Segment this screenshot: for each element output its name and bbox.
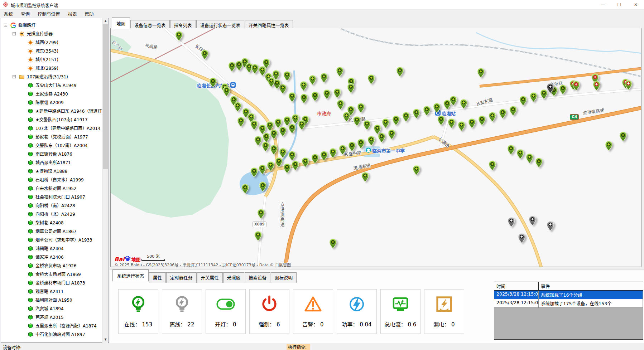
map-pin-online[interactable] bbox=[437, 115, 445, 126]
map-pin-online[interactable] bbox=[234, 102, 241, 112]
map-pin-offline[interactable] bbox=[518, 233, 525, 243]
map-pin-online[interactable] bbox=[270, 129, 278, 140]
map-pin-online[interactable] bbox=[262, 141, 269, 152]
map-pin-online[interactable] bbox=[361, 172, 369, 182]
map-pin-online[interactable] bbox=[535, 157, 543, 168]
map-pin-online[interactable] bbox=[458, 121, 465, 131]
map-pin-online[interactable] bbox=[279, 148, 287, 158]
map-pin-online[interactable] bbox=[347, 106, 355, 116]
maximize-button[interactable]: ☐ bbox=[611, 0, 628, 9]
map-pin-alarm[interactable] bbox=[572, 81, 580, 91]
map-pin-offline[interactable] bbox=[508, 217, 515, 227]
map-pin-online[interactable] bbox=[526, 153, 533, 164]
map-pin-online[interactable] bbox=[619, 131, 627, 142]
map-pin-unknown[interactable] bbox=[547, 83, 554, 93]
map-pin-online[interactable] bbox=[413, 165, 420, 175]
map-pin-online[interactable] bbox=[448, 118, 455, 128]
map-pin-online[interactable] bbox=[605, 141, 612, 151]
map-pin-online[interactable] bbox=[468, 118, 476, 128]
tree-expander-icon[interactable]: − bbox=[13, 75, 16, 78]
map-pin-online[interactable] bbox=[499, 108, 506, 119]
map-pin-online[interactable] bbox=[336, 67, 343, 77]
map-pin-online[interactable] bbox=[320, 151, 328, 161]
scroll-thumb[interactable] bbox=[103, 24, 108, 169]
map-pin-online[interactable] bbox=[402, 112, 410, 122]
map-pin-online[interactable] bbox=[367, 74, 375, 84]
map-pin-online[interactable] bbox=[309, 75, 316, 85]
map-pin-alarm[interactable] bbox=[593, 81, 600, 91]
close-button[interactable]: ✕ bbox=[628, 0, 644, 9]
map-pin-online[interactable] bbox=[353, 116, 361, 126]
tab-system-status[interactable]: 系统运行状态 bbox=[112, 269, 149, 281]
map-pin-online[interactable] bbox=[433, 103, 441, 113]
map-pin-online[interactable] bbox=[259, 164, 266, 175]
map-pin-online[interactable] bbox=[235, 60, 243, 71]
tab-switch-props[interactable]: 开关属性 bbox=[197, 272, 223, 283]
map-pin-online[interactable] bbox=[337, 99, 344, 110]
map-pin-online[interactable] bbox=[347, 83, 355, 93]
map-pin-online[interactable] bbox=[267, 161, 274, 171]
map-pin-online[interactable] bbox=[519, 96, 527, 106]
map-pin-offline[interactable] bbox=[547, 221, 554, 231]
map-pin-online[interactable] bbox=[298, 120, 306, 130]
map-pin-online[interactable] bbox=[460, 99, 467, 109]
map-pin-online[interactable] bbox=[288, 123, 296, 134]
map-pin-online[interactable] bbox=[516, 149, 524, 159]
map-pin-online[interactable] bbox=[509, 106, 517, 116]
map-pin-online[interactable] bbox=[175, 31, 183, 41]
map-pin-online[interactable] bbox=[348, 141, 356, 152]
map-pin-online[interactable] bbox=[559, 84, 567, 95]
tab-illuminance[interactable]: 光照度 bbox=[223, 272, 245, 283]
map-pin-online[interactable] bbox=[288, 151, 296, 161]
map-pin-online[interactable] bbox=[413, 108, 420, 119]
map-pin-online[interactable] bbox=[311, 154, 319, 164]
map-pin-online[interactable] bbox=[333, 88, 341, 98]
map-pin-online[interactable] bbox=[268, 77, 275, 87]
tab-icon-legend[interactable]: 图标说明 bbox=[271, 272, 297, 283]
event-row[interactable]: 2025/3/28 12:15:08系统加载了16个分组 bbox=[494, 291, 643, 299]
tab-properties[interactable]: 属性 bbox=[149, 272, 166, 283]
map-pin-online[interactable] bbox=[363, 120, 371, 130]
map-pin-online[interactable] bbox=[329, 238, 337, 249]
map-pin-online[interactable] bbox=[423, 106, 431, 116]
map-pin-online[interactable] bbox=[367, 136, 375, 146]
map-pin-online[interactable] bbox=[300, 81, 307, 91]
map-pin-online[interactable] bbox=[382, 118, 389, 128]
map-pin-online[interactable] bbox=[251, 64, 259, 74]
map-pin-online[interactable] bbox=[302, 157, 309, 167]
scroll-up-button[interactable]: ▲ bbox=[102, 18, 109, 24]
map-pin-online[interactable] bbox=[300, 93, 308, 104]
map-pin-online[interactable] bbox=[283, 71, 291, 81]
map-pin-online[interactable] bbox=[320, 73, 328, 83]
map-pin-online[interactable] bbox=[257, 209, 265, 219]
map-pin-online[interactable] bbox=[270, 145, 278, 155]
tree-expander-icon[interactable]: − bbox=[4, 24, 7, 27]
map-pin-online[interactable] bbox=[530, 92, 537, 102]
map-pin-online[interactable] bbox=[477, 68, 485, 78]
map-pin-online[interactable] bbox=[288, 92, 296, 102]
map-pin-online[interactable] bbox=[237, 117, 245, 127]
map-pin-online[interactable] bbox=[250, 167, 258, 178]
menu-item-3[interactable]: 报表 bbox=[64, 9, 81, 18]
map-pin-online[interactable] bbox=[259, 181, 266, 192]
map-pin-alarm[interactable] bbox=[625, 80, 632, 90]
map-pin-online[interactable] bbox=[489, 160, 496, 171]
map-pin-online[interactable] bbox=[357, 138, 365, 149]
map-pin-online[interactable] bbox=[388, 129, 395, 140]
tab-map[interactable]: 地图 bbox=[112, 17, 130, 29]
map-pin-online[interactable] bbox=[339, 145, 346, 155]
map-pin-online[interactable] bbox=[292, 160, 299, 171]
map-pin-online[interactable] bbox=[311, 91, 319, 102]
menu-item-1[interactable]: 查询 bbox=[17, 9, 34, 18]
map-pin-online[interactable] bbox=[392, 115, 400, 126]
map-pin-online[interactable] bbox=[374, 124, 381, 135]
tree-expander-icon[interactable]: − bbox=[13, 32, 16, 35]
map-pin-online[interactable] bbox=[489, 112, 496, 122]
map-pin-online[interactable] bbox=[250, 120, 258, 130]
event-row[interactable]: 2025/3/28 12:15:08系统加载了175个设备，在线153个 bbox=[494, 299, 643, 308]
map-pin-online[interactable] bbox=[450, 96, 457, 106]
map-pin-online[interactable] bbox=[357, 103, 365, 113]
map-pin-online[interactable] bbox=[507, 145, 515, 155]
map-pin-online[interactable] bbox=[209, 77, 217, 88]
map-pin-online[interactable] bbox=[396, 67, 404, 77]
